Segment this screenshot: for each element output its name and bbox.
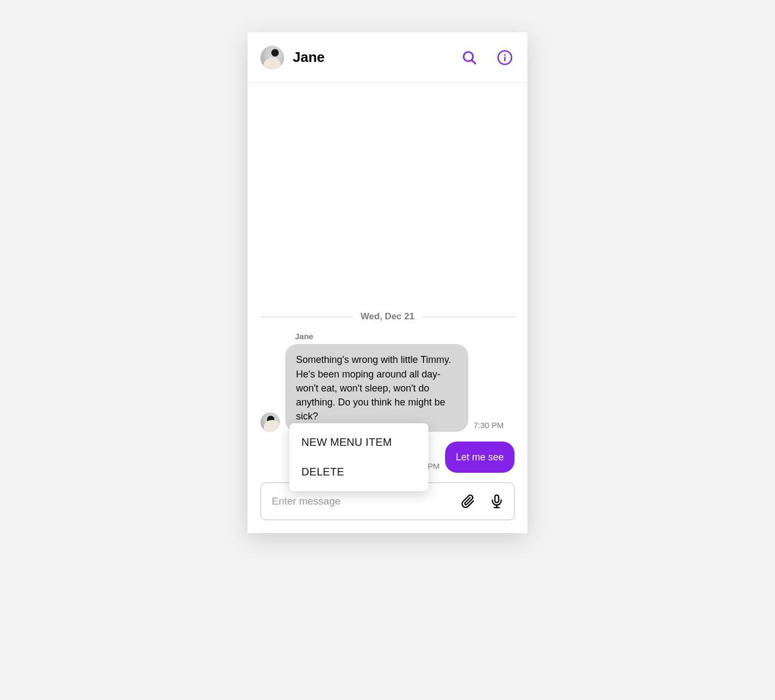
chat-header: Jane [248,32,527,83]
svg-line-1 [471,60,475,64]
contact-avatar[interactable] [260,46,284,69]
svg-rect-5 [495,495,499,502]
search-icon[interactable] [460,48,479,67]
info-icon[interactable] [495,48,515,67]
chat-content: Wed, Dec 21 Jane Something's wrong with … [248,83,527,482]
date-separator-label: Wed, Dec 21 [361,311,414,322]
header-actions [460,48,515,67]
date-separator: Wed, Dec 21 [260,311,515,322]
message-avatar[interactable] [260,412,280,432]
microphone-icon[interactable] [487,492,506,511]
message-bubble-outgoing[interactable]: Let me see [445,442,515,473]
message-bubble-incoming[interactable]: Something's wrong with little Timmy. He'… [285,344,468,431]
menu-item-delete[interactable]: DELETE [290,457,428,487]
separator-line [260,317,353,317]
menu-item-new[interactable]: NEW MENU ITEM [290,428,428,457]
sender-name: Jane [295,332,468,341]
message-column: Jane Something's wrong with little Timmy… [285,332,468,431]
attachment-icon[interactable] [458,492,477,511]
svg-point-3 [504,54,506,55]
composer-actions [458,492,506,511]
contact-name: Jane [293,49,325,66]
message-timestamp: 7:30 PM [474,421,504,430]
message-input[interactable] [272,495,458,507]
content-spacer [260,83,515,311]
chat-window: Jane Wed, Dec 21 [248,32,527,533]
message-column: Let me see [445,442,515,473]
context-menu: NEW MENU ITEM DELETE [290,423,428,491]
separator-line [422,317,515,317]
message-row-incoming: Jane Something's wrong with little Timmy… [260,332,515,431]
